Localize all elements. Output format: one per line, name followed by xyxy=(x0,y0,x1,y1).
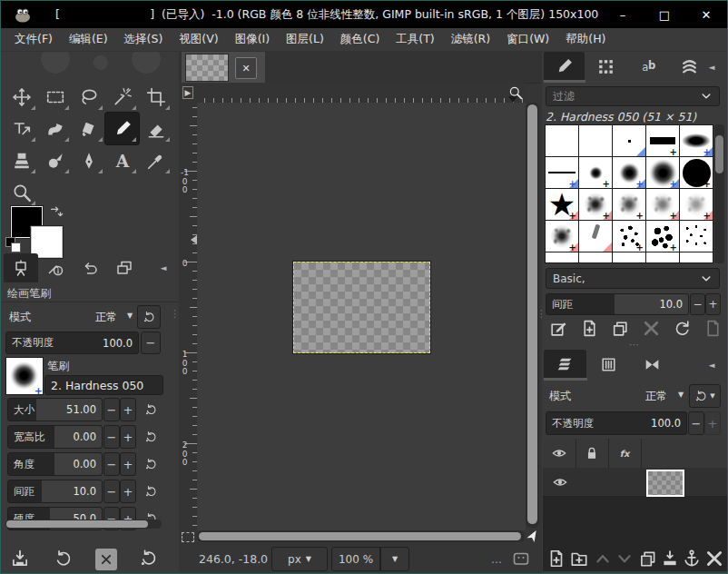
dock-tab-brushes[interactable] xyxy=(544,52,585,81)
collapse-right-dock-icon[interactable]: ◄ xyxy=(702,57,722,77)
button-merge-down[interactable] xyxy=(660,549,682,570)
slider-1-increase[interactable]: + xyxy=(120,425,136,449)
brush-cell-pixel[interactable] xyxy=(613,125,646,157)
menu-item-1[interactable]: 编辑(E) xyxy=(61,28,116,51)
spacing-increase-button[interactable]: + xyxy=(705,293,721,315)
button-new-brush[interactable] xyxy=(580,319,602,341)
brush-cell-hbar[interactable]: + xyxy=(646,125,680,157)
menu-item-6[interactable]: 颜色(C) xyxy=(332,28,388,51)
quick-mask-toggle[interactable] xyxy=(179,530,197,543)
button-lower-layer[interactable] xyxy=(615,549,636,570)
canvas-viewport[interactable] xyxy=(197,103,526,530)
collapse-left-dock-icon[interactable]: ◄ xyxy=(153,258,173,278)
button-delete-layer[interactable] xyxy=(704,549,726,570)
dock-tab-paths[interactable] xyxy=(631,350,674,379)
maximize-button[interactable]: □ xyxy=(644,1,685,28)
brush-cell-soft-m[interactable]: + xyxy=(613,157,646,189)
menu-item-2[interactable]: 选择(S) xyxy=(116,28,172,51)
swap-colors-icon[interactable] xyxy=(48,204,64,221)
visibility-column-header[interactable] xyxy=(543,439,576,468)
brush-cell-splat2[interactable]: + xyxy=(613,189,646,221)
layer-mode-value[interactable]: 正常 xyxy=(645,389,667,404)
slider-1-reset[interactable] xyxy=(140,425,162,449)
brush-cell-star[interactable]: ★+ xyxy=(546,189,579,221)
eraser-tool[interactable] xyxy=(139,113,172,144)
button-duplicate-layer[interactable] xyxy=(638,549,660,570)
horizontal-ruler[interactable] xyxy=(197,83,525,104)
paintbrush-tool[interactable] xyxy=(105,113,139,144)
brush-filter-input[interactable]: 过滤 xyxy=(546,86,720,106)
navigation-button[interactable] xyxy=(526,528,542,543)
brush-cell-texdark[interactable] xyxy=(680,252,713,263)
layer-mode-reset-button[interactable]: ▼ xyxy=(689,384,721,408)
brush-cell-circle[interactable]: + xyxy=(680,157,713,189)
mode-value[interactable]: 正常 xyxy=(95,310,117,325)
menu-item-10[interactable]: 帮助(H) xyxy=(557,28,614,51)
smudge-tool[interactable] xyxy=(38,144,72,176)
brush-group-select[interactable]: Basic, xyxy=(546,268,720,289)
text-tool[interactable]: A xyxy=(105,144,139,176)
dock-tab-layers[interactable] xyxy=(544,350,586,379)
layer-opacity-increase-button[interactable]: + xyxy=(704,411,721,435)
button-save-tool-preset[interactable] xyxy=(10,549,32,570)
move-tool[interactable] xyxy=(5,81,38,113)
mode-dropdown-icon[interactable]: ▼ xyxy=(127,312,133,320)
canvas-hscrollbar[interactable] xyxy=(197,530,525,542)
fuzzy-select-tool[interactable] xyxy=(105,81,139,113)
menu-item-5[interactable]: 图层(L) xyxy=(278,28,332,51)
button-duplicate-brush[interactable] xyxy=(611,319,633,341)
dock-tab-undo-history[interactable] xyxy=(73,253,107,282)
brush-select-button[interactable]: 2. Hardness 050 xyxy=(44,375,163,395)
button-edit-brush[interactable] xyxy=(549,319,571,341)
menu-item-4[interactable]: 图像(I) xyxy=(227,28,278,51)
wilber-status-icon[interactable] xyxy=(511,549,531,568)
brush-cell-specks1[interactable]: + xyxy=(613,221,646,252)
slider-0-reset[interactable] xyxy=(140,398,162,421)
effects-column-header[interactable]: fx xyxy=(608,439,642,468)
minimize-button[interactable]: – xyxy=(602,1,644,28)
brush-cell-blank[interactable] xyxy=(546,125,579,157)
spacing-decrease-button[interactable]: − xyxy=(690,293,705,315)
brush-cell-ellipse[interactable]: + xyxy=(680,125,713,157)
brush-cell-dots[interactable] xyxy=(680,221,713,252)
button-refresh-brushes[interactable] xyxy=(673,319,694,341)
layer-opacity-slider[interactable]: 不透明度 100.0 xyxy=(546,411,687,435)
menu-item-9[interactable]: 窗口(W) xyxy=(498,28,557,51)
button-reset-tool-options[interactable] xyxy=(139,549,161,570)
collapse-layers-dock-icon[interactable]: ◄ xyxy=(702,355,722,375)
button-open-brush-as-image[interactable] xyxy=(703,319,725,341)
opacity-decrease-button[interactable]: − xyxy=(141,332,161,354)
brush-cell-tex[interactable] xyxy=(646,252,680,263)
tool-options-hscrollbar[interactable] xyxy=(5,520,162,529)
image-tab-close-icon[interactable]: ✕ xyxy=(235,57,257,79)
dock-tab-patterns[interactable] xyxy=(585,52,626,81)
brush-cell-splat3[interactable]: + xyxy=(646,189,680,221)
button-anchor-layer[interactable] xyxy=(682,549,703,570)
layer-opacity-decrease-button[interactable]: − xyxy=(688,411,704,435)
brush-cell-splat4[interactable]: + xyxy=(680,189,713,221)
dock-tab-device-status[interactable] xyxy=(38,253,73,282)
slider-0[interactable]: 大小51.00 xyxy=(7,398,103,421)
image-tab[interactable]: ✕ xyxy=(182,52,265,83)
brush-cell-blank[interactable] xyxy=(579,125,613,157)
canvas-image[interactable] xyxy=(293,262,430,353)
menu-item-0[interactable]: 文件(F) xyxy=(6,28,61,51)
free-select-tool[interactable] xyxy=(72,81,105,113)
bucket-fill-tool[interactable] xyxy=(72,113,105,144)
brush-cell-tex[interactable] xyxy=(579,252,613,263)
ruler-zoom-icon[interactable] xyxy=(508,85,523,100)
slider-3[interactable]: 间距10.0 xyxy=(7,480,103,503)
dock-tab-tool-options[interactable] xyxy=(4,253,38,282)
button-delete-tool-preset[interactable] xyxy=(95,549,117,570)
slider-2-increase[interactable]: + xyxy=(120,452,136,476)
brush-cell-tex[interactable] xyxy=(546,252,579,263)
brush-cell-soft-s[interactable]: + xyxy=(579,157,613,189)
button-delete-brush[interactable] xyxy=(642,319,664,341)
slider-2[interactable]: 角度0.00 xyxy=(7,452,103,476)
button-restore-tool-preset[interactable] xyxy=(54,549,75,570)
slider-3-decrease[interactable]: − xyxy=(103,480,120,503)
button-new-layer[interactable] xyxy=(546,549,568,570)
slider-1[interactable]: 宽高比0.00 xyxy=(7,425,103,449)
brush-cell-specks2[interactable]: + xyxy=(646,221,680,252)
zoom-level[interactable]: 100 % xyxy=(331,547,380,571)
